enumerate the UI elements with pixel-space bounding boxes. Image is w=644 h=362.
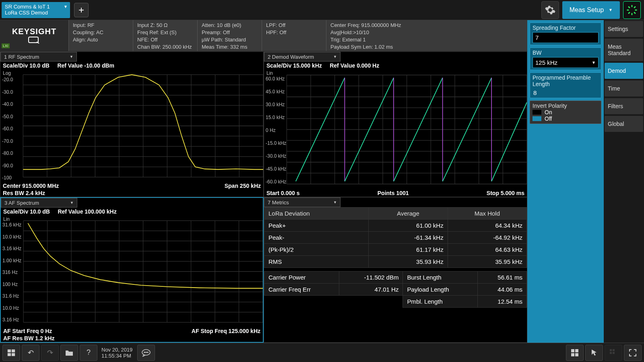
panel1-scale: Scale/Div 10.0 dB: [3, 62, 50, 69]
toggle-off-icon: [533, 116, 541, 121]
table-row: Pmbl. Length12.54 ms: [264, 296, 527, 308]
panel3-stop: AF Stop Freq 125.000 kHz: [192, 328, 260, 334]
brand-logo: KEYSIGHT: [12, 27, 56, 36]
chevron-down-icon: ▼: [592, 60, 596, 65]
table-row: Carrier Power-11.502 dBmBurst Length56.6…: [264, 272, 527, 284]
toggle-on-icon: [533, 110, 541, 115]
pointer-button[interactable]: [585, 345, 603, 361]
help-button[interactable]: ?: [80, 345, 97, 361]
run-indicator-button[interactable]: [623, 1, 641, 19]
svg-rect-99: [613, 352, 615, 354]
info-column: Atten: 10 dB (e0)Preamp: OffµW Path: Sta…: [197, 20, 262, 51]
chevron-down-icon: ▼: [333, 55, 337, 59]
panel3-selector[interactable]: 3 AF Spectrum▼: [1, 198, 77, 208]
tab-time[interactable]: Time: [605, 80, 643, 97]
meas-setup-button[interactable]: Meas Setup ▼: [562, 1, 620, 19]
svg-line-6: [628, 12, 630, 14]
rf-spectrum-plot[interactable]: Log -20.0-30.0-40.0-50.0-60.0-70.0-80.0-…: [0, 70, 263, 182]
tab-filters[interactable]: Filters: [605, 98, 643, 114]
metrics-table: LoRa DeviationAverageMax Hold Peak+61.00…: [264, 207, 527, 268]
status-time: 11:55:34 PM: [101, 353, 132, 359]
panel3-scale: Scale/Div 10.0 dB: [3, 208, 50, 215]
windows-start-button[interactable]: [2, 345, 20, 361]
table-row: Peak+61.00 kHz64.34 kHz: [264, 220, 527, 232]
tab-global[interactable]: Global: [605, 116, 643, 132]
layout-quad-button[interactable]: [566, 345, 584, 361]
metrics-extra-table: Carrier Power-11.502 dBmBurst Length56.6…: [264, 271, 527, 308]
gear-icon: [545, 4, 556, 16]
mode-tab-line1: SR Comms & IoT 1: [5, 4, 67, 10]
svg-line-4: [628, 6, 630, 8]
grid-icon: [571, 349, 579, 357]
svg-line-61: [491, 102, 527, 181]
windows-icon: [7, 348, 16, 357]
af-spectrum-plot[interactable]: Lin 31.6 kHz10.0 kHz3.16 kHz1.00 kHz316 …: [1, 216, 263, 327]
table-row: RMS35.93 kHz35.95 kHz: [264, 256, 527, 268]
svg-rect-95: [575, 353, 578, 356]
pointer-icon: [590, 349, 598, 357]
redo-button[interactable]: ↷: [41, 345, 59, 361]
status-date: Nov 20, 2019: [101, 347, 132, 353]
chevron-down-icon: ▼: [333, 200, 337, 204]
chevron-down-icon: ▼: [70, 201, 74, 205]
svg-line-5: [634, 12, 636, 14]
display-icon: [28, 36, 41, 44]
svg-point-89: [144, 352, 145, 353]
demod-waveform-plot[interactable]: Lin 60.0 kHz45.0 kHz30.0 kHz15.0 kHz0 Hz…: [264, 70, 527, 189]
panel1-ref: Ref Value -10.00 dBm: [57, 62, 114, 69]
spreading-factor-input[interactable]: 7: [533, 32, 599, 43]
panel2-ref: Ref Value 0.000 Hz: [330, 62, 379, 69]
tab-demod[interactable]: Demod: [605, 63, 643, 79]
param-spreading-factor[interactable]: Spreading Factor 7: [530, 23, 601, 45]
fullscreen-button[interactable]: [624, 345, 642, 361]
svg-line-7: [634, 6, 636, 8]
svg-point-91: [147, 352, 148, 353]
svg-rect-92: [571, 349, 574, 352]
info-column: LPF: OffHPF: Off: [262, 20, 326, 51]
panel2-stop: Stop 5.000 ms: [487, 190, 524, 196]
panel-af-spectrum: 3 AF Spectrum▼ Scale/Div 10.0 dB Ref Val…: [0, 197, 264, 343]
param-bw[interactable]: BW 125 kHz▼: [530, 47, 601, 70]
table-row: Carrier Freq Err47.01 HzPayload Length44…: [264, 284, 527, 296]
logo-cell: KEYSIGHT: [0, 20, 68, 51]
panel3-rbw: AF Res BW 1.2 kHz: [3, 335, 55, 341]
svg-rect-94: [571, 353, 574, 356]
mode-tab[interactable]: SR Comms & IoT 1 LoRa CSS Demod ▼: [2, 2, 70, 18]
preamble-length-value: 8: [533, 88, 599, 96]
tab-settings[interactable]: Settings: [605, 21, 643, 37]
add-tab-button[interactable]: +: [74, 3, 89, 17]
bw-select[interactable]: 125 kHz▼: [533, 57, 599, 68]
panel1-rbw: Res BW 2.4 kHz: [3, 190, 45, 196]
svg-rect-85: [12, 349, 15, 352]
param-invert-polarity[interactable]: Invert Polarity On Off: [530, 101, 601, 124]
chat-button[interactable]: [137, 345, 155, 361]
meas-setup-panel: Spreading Factor 7 BW 125 kHz▼ Programme…: [527, 20, 604, 343]
tab-meas-standard[interactable]: Meas Standard: [605, 39, 643, 61]
running-icon: [626, 4, 638, 16]
table-row: Peak--61.34 kHz-64.92 kHz: [264, 232, 527, 244]
panel4-selector[interactable]: 7 Metrics▼: [264, 197, 341, 207]
panel3-start: AF Start Freq 0 Hz: [3, 328, 52, 334]
expand-icon: [629, 349, 637, 357]
panel2-selector[interactable]: 2 Demod Waveform▼: [264, 52, 341, 62]
param-preamble-length[interactable]: Programmed Preamble Length 8: [530, 72, 601, 98]
panel2-start: Start 0.000 s: [266, 190, 300, 196]
info-column: Center Freq: 915.000000 MHzAvg|Hold:>10/…: [326, 20, 405, 51]
svg-rect-96: [610, 349, 612, 351]
folder-button[interactable]: [60, 345, 78, 361]
svg-rect-84: [8, 349, 11, 352]
undo-button[interactable]: ↶: [22, 345, 39, 361]
settings-gear-button[interactable]: [541, 1, 559, 19]
svg-rect-97: [613, 349, 615, 351]
panel1-selector[interactable]: 1 RF Spectrum▼: [0, 52, 77, 62]
layout-grid-button[interactable]: [605, 345, 622, 361]
svg-rect-93: [575, 349, 578, 352]
mode-tab-line2: LoRa CSS Demod: [5, 10, 67, 16]
panel3-ref: Ref Value 100.000 kHz: [58, 208, 116, 215]
panel-metrics: 7 Metrics▼ LoRa DeviationAverageMax Hold…: [264, 197, 527, 343]
grid-small-icon: [609, 349, 617, 357]
chevron-down-icon: ▼: [64, 4, 68, 9]
panel1-span: Span 250 kHz: [225, 183, 261, 189]
svg-rect-86: [8, 353, 11, 356]
info-column: Input Z: 50 ΩFreq Ref: Ext (S)NFE: OffCh…: [133, 20, 197, 51]
